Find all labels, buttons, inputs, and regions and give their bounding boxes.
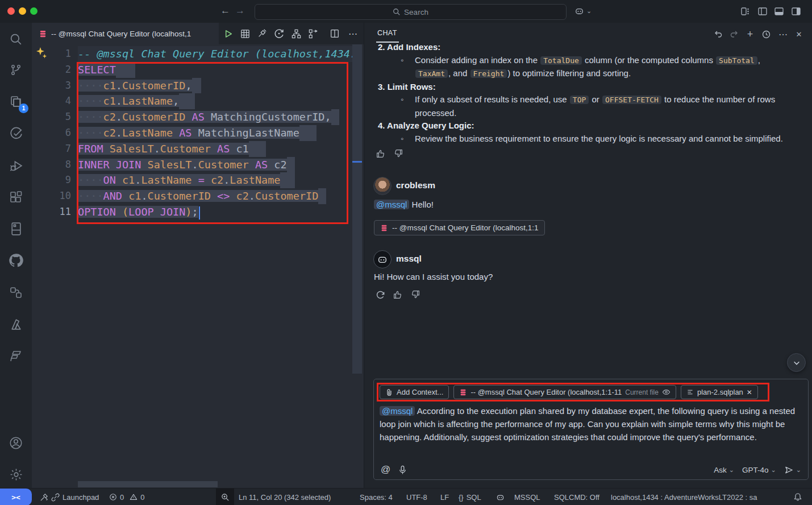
encoding-item[interactable]: UTF-8 [406, 489, 427, 505]
copilot-status-item[interactable] [495, 489, 505, 505]
model-selector[interactable]: GPT-4o ⌄ [742, 466, 776, 474]
remote-indicator[interactable]: >< [0, 489, 32, 505]
customize-layout-icon[interactable] [740, 6, 751, 16]
list-item-bullet: ◦Consider adding an index on the TotalDu… [369, 54, 794, 81]
sidebar-item-extensions[interactable] [0, 184, 32, 211]
search-input[interactable]: Search [255, 4, 567, 20]
toggle-primary-sidebar-icon[interactable] [757, 6, 768, 16]
list-item-title: 4. Analyze Query Logic: [369, 119, 801, 133]
mode-selector[interactable]: Ask ⌄ [714, 466, 734, 474]
settings-gear-icon[interactable] [0, 461, 32, 488]
sidebar-item-flag[interactable] [0, 342, 32, 370]
chat-close-icon[interactable]: ✕ [793, 28, 805, 40]
send-button[interactable]: ⌄ [784, 465, 801, 475]
edits-badge: 1 [19, 104, 28, 113]
actual-plan-icon[interactable] [308, 28, 319, 39]
thumbs-up-icon[interactable] [376, 148, 386, 159]
sidebar-item-github[interactable] [0, 247, 32, 274]
toggle-panel-icon[interactable] [774, 6, 784, 16]
redo-icon[interactable] [728, 28, 740, 40]
sidebar-item-run-debug[interactable] [0, 152, 32, 179]
inline-code: OFFSET-FETCH [602, 96, 661, 104]
more-actions-icon[interactable]: ⋯ [348, 28, 357, 39]
code-line[interactable]: -- @mssql Chat Query Editor (localhost,1… [78, 46, 356, 62]
editor-horizontal-scrollbar[interactable] [78, 481, 218, 487]
window-close-button[interactable] [7, 7, 15, 15]
search-icon [393, 8, 401, 16]
sidebar-item-copilot-edits[interactable]: 1 [0, 88, 32, 115]
scroll-to-bottom-button[interactable] [787, 353, 806, 372]
nav-forward-icon[interactable]: → [235, 5, 245, 16]
chat-more-icon[interactable]: ⋯ [777, 28, 789, 40]
avatar-croblesm [373, 177, 392, 195]
copilot-icon [574, 6, 585, 16]
editor-tab-title: -- @mssql Chat Query Editor (localhost,1 [51, 30, 216, 38]
toggle-secondary-sidebar-icon[interactable] [791, 6, 801, 16]
thumbs-down-icon[interactable] [393, 148, 403, 159]
account-button[interactable] [0, 429, 32, 457]
titlebar: ← → Search ⌄ [0, 0, 812, 23]
assistant-list-answer: 2. Add Indexes:◦Consider adding an index… [369, 44, 801, 145]
inline-code: TOP [570, 96, 589, 104]
window-zoom-button[interactable] [30, 7, 38, 15]
mssql-mention[interactable]: @mssql [374, 200, 409, 209]
sidebar-item-search[interactable] [0, 26, 32, 53]
mention-icon[interactable]: @ [381, 464, 390, 475]
notifications-bell-icon[interactable] [793, 489, 802, 505]
change-connection-icon[interactable] [273, 28, 285, 39]
sidebar-item-database-projects[interactable] [0, 215, 32, 242]
problems-item[interactable]: 0 0 [109, 489, 144, 505]
window-minimize-button[interactable] [19, 7, 26, 15]
run-query-button[interactable] [223, 28, 234, 39]
bullet-icon: ◦ [401, 133, 403, 146]
chat-history-icon[interactable] [760, 28, 772, 40]
line-number: 1 [32, 46, 71, 62]
chevron-down-icon: ⌄ [796, 466, 801, 474]
estimated-plan-icon[interactable] [291, 28, 302, 39]
launchpad-item[interactable]: Launchpad [40, 489, 99, 505]
list-item-bullet: ◦If only a subset of results is needed, … [369, 93, 794, 119]
warning-count: 0 [140, 493, 144, 502]
editor-vertical-scrollbar[interactable] [352, 44, 362, 374]
sqlcmd-item[interactable]: SQLCMD: Off [554, 489, 599, 505]
status-bar: >< Launchpad 0 0 Ln 11, Col 20 (342 sele… [0, 488, 812, 505]
thumbs-down-icon[interactable] [410, 289, 420, 300]
message-attachment-chip[interactable]: -- @mssql Chat Query Editor (localhost,1… [374, 220, 545, 235]
code-editor[interactable]: 1234567891011 -- @mssql Chat Query Edito… [32, 44, 364, 488]
mssql-item[interactable]: MSSQL [514, 489, 540, 505]
split-editor-icon[interactable] [330, 28, 340, 39]
undo-icon[interactable] [713, 28, 724, 40]
tools-icon [40, 493, 48, 502]
thumbs-up-icon[interactable] [393, 289, 403, 300]
user-message-text: Hello! [412, 200, 434, 209]
sidebar-item-connections[interactable] [0, 279, 32, 306]
sidebar-item-testing[interactable] [0, 120, 32, 147]
indentation-item[interactable]: Spaces: 4 [360, 489, 393, 505]
line-number: 10 [32, 188, 71, 204]
connect-icon[interactable] [257, 28, 267, 39]
tab-chat[interactable]: CHAT [377, 29, 397, 37]
sidebar-item-azure[interactable] [0, 311, 32, 338]
new-chat-icon[interactable]: + [744, 28, 756, 40]
microphone-icon[interactable] [398, 465, 407, 475]
results-grid-icon[interactable] [240, 28, 251, 39]
line-number: 3 [32, 78, 71, 94]
connect-small-icon [51, 493, 60, 502]
editor-tab[interactable]: -- @mssql Chat Query Editor (localhost,1 [32, 23, 219, 44]
rerun-icon[interactable] [376, 289, 385, 300]
chat-input-box[interactable]: Add Context... -- @mssql Chat Query Edit… [373, 379, 809, 480]
nav-back-icon[interactable]: ← [220, 5, 230, 16]
input-message-text: According to the execution plan shared b… [380, 406, 795, 442]
language-item[interactable]: {} SQL [459, 489, 481, 505]
copilot-menu-button[interactable]: ⌄ [574, 6, 592, 16]
chat-input-message[interactable]: @mssql According to the execution plan s… [380, 404, 805, 444]
sidebar-item-source-control[interactable] [0, 56, 32, 84]
editor-toolbar: ⋯ [223, 23, 357, 44]
cursor-position-item[interactable]: Ln 11, Col 20 (342 selected) [239, 489, 331, 505]
zoom-indicator[interactable] [216, 489, 234, 505]
user-name: croblesm [396, 180, 435, 191]
copilot-icon [495, 492, 505, 502]
eol-item[interactable]: LF [440, 489, 449, 505]
annotation-rect-chips [377, 383, 769, 401]
connection-item[interactable]: localhost,1434 : AdventureWorksLT2022 : … [611, 489, 757, 505]
